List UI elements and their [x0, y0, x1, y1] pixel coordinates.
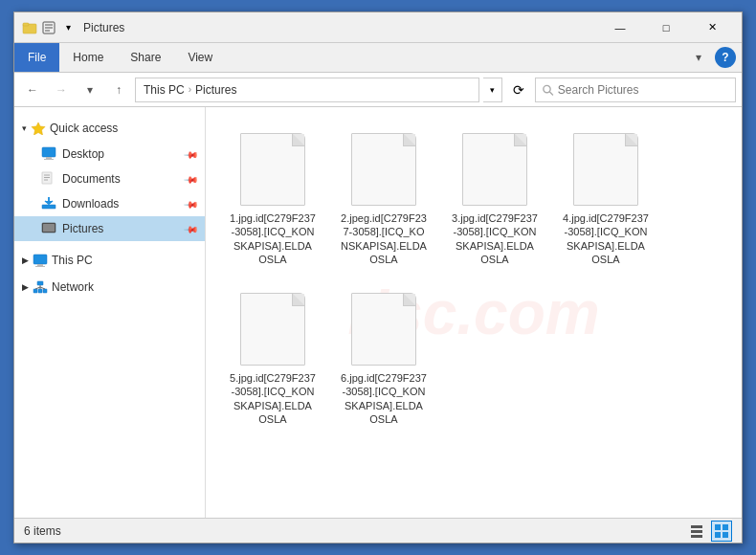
svg-rect-35 — [691, 535, 702, 538]
search-icon — [542, 83, 554, 97]
sidebar-item-documents[interactable]: Documents 📌 — [14, 166, 205, 191]
file-item[interactable]: 5.jpg.id[C279F237-3058].[ICQ_KONSKAPISA]… — [225, 286, 321, 431]
address-bar: ← → ▾ ↑ This PC › Pictures ▾ ⟳ — [14, 73, 742, 107]
file-item[interactable]: 1.jpg.id[C279F237-3058].[ICQ_KONSKAPISA]… — [225, 126, 321, 271]
file-item[interactable]: 3.jpg.id[C279F237-3058].[ICQ_KONSKAPISA]… — [447, 126, 543, 271]
svg-rect-24 — [37, 264, 43, 266]
file-name: 4.jpg.id[C279F237-3058].[ICQ_KONSKAPISA]… — [563, 211, 649, 266]
help-button[interactable]: ? — [715, 47, 736, 68]
window-controls: — □ ✕ — [598, 12, 734, 43]
search-input[interactable] — [558, 83, 729, 97]
svg-rect-29 — [43, 289, 47, 293]
explorer-window: ▾ Pictures — □ ✕ File Home Share View ▾ … — [13, 11, 743, 544]
svg-line-31 — [35, 287, 40, 289]
view-controls — [686, 521, 732, 542]
tab-home[interactable]: Home — [59, 43, 117, 72]
svg-rect-37 — [723, 524, 728, 530]
item-count: 6 items — [24, 524, 61, 538]
svg-rect-23 — [33, 255, 47, 264]
svg-rect-1 — [23, 23, 29, 26]
svg-rect-33 — [691, 525, 702, 528]
tab-view[interactable]: View — [174, 43, 226, 72]
chevron-right-icon-net: ▶ — [22, 282, 29, 292]
file-icon — [349, 291, 418, 367]
sidebar-item-desktop[interactable]: Desktop 📌 — [14, 142, 205, 166]
quick-access-icon — [31, 122, 46, 135]
file-name: 2.jpeg.id[C279F237-3058].[ICQ_KONSKAPISA… — [341, 211, 427, 266]
breadcrumb-separator: › — [189, 84, 191, 95]
network-header[interactable]: ▶ Network — [14, 274, 205, 300]
pin-icon-docs: 📌 — [184, 171, 199, 187]
this-pc-label: This PC — [52, 254, 93, 267]
up-button[interactable]: ↑ — [106, 78, 131, 102]
file-name: 1.jpg.id[C279F237-3058].[ICQ_KONSKAPISA]… — [230, 211, 316, 266]
downloads-icon — [41, 196, 56, 212]
file-item[interactable]: 4.jpg.id[C279F237-3058].[ICQ_KONSKAPISA]… — [558, 126, 654, 271]
pictures-label: Pictures — [62, 222, 103, 235]
file-name: 6.jpg.id[C279F237-3058].[ICQ_KONSKAPISA]… — [341, 371, 427, 426]
minimize-button[interactable]: — — [598, 12, 642, 43]
svg-rect-27 — [33, 289, 37, 293]
file-item[interactable]: 2.jpeg.id[C279F237-3058].[ICQ_KONSKAPISA… — [336, 126, 432, 271]
svg-marker-8 — [32, 122, 45, 135]
qat-dropdown[interactable]: ▾ — [60, 20, 76, 35]
file-name: 5.jpg.id[C279F237-3058].[ICQ_KONSKAPISA]… — [230, 371, 316, 426]
close-button[interactable]: ✕ — [690, 12, 734, 43]
file-icon — [460, 131, 529, 208]
this-pc-header[interactable]: ▶ This PC — [14, 247, 205, 274]
file-icon — [238, 131, 307, 208]
svg-rect-28 — [38, 289, 42, 293]
sidebar-item-downloads[interactable]: Downloads 📌 — [14, 191, 205, 216]
quick-access-header[interactable]: ▾ Quick access — [14, 115, 205, 142]
title-bar: ▾ Pictures — □ ✕ — [14, 12, 742, 43]
address-dropdown-button[interactable]: ▾ — [483, 78, 502, 102]
view-list-button[interactable] — [686, 521, 707, 542]
window-title: Pictures — [83, 21, 598, 34]
svg-marker-20 — [45, 201, 53, 205]
qat-properties[interactable] — [41, 20, 56, 35]
folder-icon — [22, 20, 37, 35]
svg-point-6 — [544, 85, 550, 92]
file-icon — [349, 131, 418, 208]
documents-label: Documents — [62, 172, 121, 186]
svg-line-32 — [40, 287, 45, 289]
tiles-view-icon — [714, 523, 729, 539]
chevron-right-icon: ▶ — [22, 255, 29, 265]
tab-file[interactable]: File — [14, 43, 59, 72]
breadcrumb-pictures[interactable]: Pictures — [195, 83, 236, 97]
svg-rect-34 — [691, 530, 702, 533]
maximize-button[interactable]: □ — [644, 12, 688, 43]
svg-rect-39 — [723, 532, 728, 538]
ribbon-collapse-button[interactable]: ▾ — [686, 45, 711, 70]
breadcrumb-bar: This PC › Pictures — [135, 78, 479, 102]
pictures-icon — [41, 221, 56, 237]
back-button[interactable]: ← — [20, 78, 45, 102]
network-icon — [33, 280, 48, 294]
svg-line-7 — [549, 91, 553, 95]
file-icon — [238, 291, 307, 367]
pin-icon-dl: 📌 — [184, 196, 199, 211]
sidebar-item-pictures[interactable]: Pictures 📌 — [14, 216, 205, 241]
title-bar-icons: ▾ — [22, 20, 76, 35]
svg-rect-17 — [42, 205, 56, 209]
downloads-label: Downloads — [62, 197, 119, 211]
svg-rect-11 — [44, 159, 54, 160]
documents-icon — [41, 171, 56, 188]
network-label: Network — [52, 280, 94, 294]
breadcrumb-this-pc[interactable]: This PC — [144, 83, 185, 97]
svg-rect-10 — [46, 157, 52, 159]
recent-locations-button[interactable]: ▾ — [78, 78, 102, 102]
svg-rect-26 — [37, 281, 43, 285]
tab-share[interactable]: Share — [117, 43, 174, 72]
view-tiles-button[interactable] — [711, 521, 732, 542]
file-name: 3.jpg.id[C279F237-3058].[ICQ_KONSKAPISA]… — [452, 211, 538, 266]
refresh-button[interactable]: ⟳ — [506, 78, 531, 102]
forward-button[interactable]: → — [49, 78, 74, 102]
sidebar: ▾ Quick access Desktop 📌 — [14, 107, 206, 518]
quick-access-label: Quick access — [50, 122, 118, 135]
this-pc-icon — [33, 254, 48, 267]
pin-icon-pics: 📌 — [184, 221, 199, 236]
file-item[interactable]: 6.jpg.id[C279F237-3058].[ICQ_KONSKAPISA]… — [336, 286, 432, 431]
svg-rect-22 — [43, 224, 55, 232]
svg-rect-9 — [42, 147, 56, 157]
